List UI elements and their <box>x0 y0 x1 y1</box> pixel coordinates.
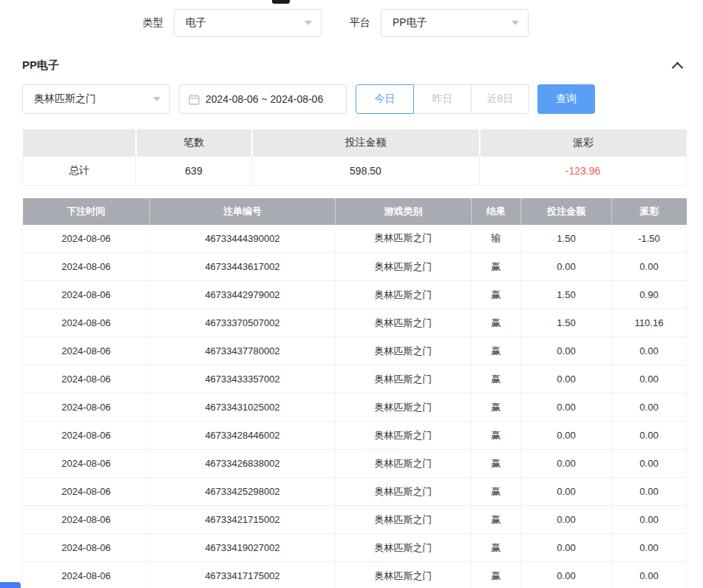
date-range-value: 2024-08-06 ~ 2024-08-06 <box>206 93 323 105</box>
game-type-cell: 奥林匹斯之门 <box>336 309 472 337</box>
summary-total-label: 总计 <box>23 156 136 185</box>
result-cell: 赢 <box>472 281 521 309</box>
result-cell: 赢 <box>472 393 521 422</box>
search-button[interactable]: 查询 <box>537 84 595 114</box>
result-cell: 赢 <box>472 309 521 337</box>
bet-time-cell: 2024-08-06 <box>23 422 150 450</box>
chevron-down-icon <box>305 21 312 25</box>
game-type-cell: 奥林匹斯之门 <box>336 365 472 393</box>
payout-cell: 0.00 <box>612 478 687 506</box>
table-row: 2024-08-0646733428446002奥林匹斯之门赢0.000.00 <box>23 422 687 450</box>
result-cell: 赢 <box>472 478 521 506</box>
payout-cell: 0.00 <box>612 534 687 562</box>
bet-time-cell: 2024-08-06 <box>23 393 150 422</box>
bet-time-cell: 2024-08-06 <box>23 281 150 309</box>
game-type-cell: 奥林匹斯之门 <box>336 450 472 478</box>
quick-date-buttons: 今日 昨日 近8日 <box>356 84 529 114</box>
bet-amount-cell: 1.50 <box>521 225 612 253</box>
bottom-left-widget[interactable] <box>0 582 21 588</box>
payout-cell: 0.00 <box>612 393 687 422</box>
bet-time-cell: 2024-08-06 <box>23 253 150 281</box>
table-row: 2024-08-0646733444390002奥林匹斯之门输1.50-1.50 <box>23 225 687 253</box>
game-type-cell: 奥林匹斯之门 <box>336 562 472 588</box>
chevron-up-icon[interactable] <box>672 61 684 73</box>
result-cell: 赢 <box>472 506 521 534</box>
payout-cell: 0.00 <box>612 450 687 478</box>
table-row: 2024-08-0646733437780002奥林匹斯之门赢0.000.00 <box>23 337 687 365</box>
table-row: 2024-08-0646733442979002奥林匹斯之门赢1.500.90 <box>23 281 687 309</box>
bet-time-cell: 2024-08-06 <box>23 478 150 506</box>
table-row: 2024-08-0646733370507002奥林匹斯之门赢1.50110.1… <box>23 309 687 337</box>
chevron-down-icon <box>512 21 519 25</box>
game-type-cell: 奥林匹斯之门 <box>336 534 472 562</box>
summary-header-bet-amount: 投注金额 <box>252 129 480 156</box>
bet-time-cell: 2024-08-06 <box>23 450 150 478</box>
bet-time-cell: 2024-08-06 <box>23 225 150 253</box>
bet-amount-cell: 0.00 <box>521 478 612 506</box>
result-cell: 赢 <box>472 253 521 281</box>
bet-id-cell: 46733370507002 <box>150 309 336 337</box>
game-type-cell: 奥林匹斯之门 <box>336 478 472 506</box>
bet-amount-cell: 1.50 <box>521 309 612 337</box>
bet-time-cell: 2024-08-06 <box>23 562 150 588</box>
game-type-cell: 奥林匹斯之门 <box>336 422 472 450</box>
header-bet-time: 下注时间 <box>23 198 150 225</box>
bets-header-row: 下注时间 注单编号 游戏类别 结果 投注金额 派彩 <box>23 198 687 225</box>
result-cell: 赢 <box>472 562 521 588</box>
summary-total-bet-amount: 598.50 <box>252 156 480 185</box>
chevron-down-icon <box>153 97 160 101</box>
bet-id-cell: 46733428446002 <box>150 422 336 450</box>
payout-cell: 110.16 <box>612 309 687 337</box>
table-row: 2024-08-0646733421715002奥林匹斯之门赢0.000.00 <box>23 506 687 534</box>
game-select[interactable]: 奥林匹斯之门 <box>22 84 170 114</box>
platform-label: 平台 <box>350 16 370 30</box>
payout-cell: 0.00 <box>612 337 687 365</box>
payout-cell: 0.90 <box>612 281 687 309</box>
header-bet-id: 注单编号 <box>150 198 336 225</box>
bet-amount-cell: 0.00 <box>521 562 612 588</box>
bet-id-cell: 46733437780002 <box>150 337 336 365</box>
summary-total-payout: -123.96 <box>480 156 687 185</box>
section-header: PP电子 <box>22 53 686 77</box>
result-cell: 赢 <box>472 534 521 562</box>
result-cell: 输 <box>472 225 521 253</box>
bet-time-cell: 2024-08-06 <box>23 506 150 534</box>
payout-cell: 0.00 <box>612 562 687 588</box>
table-row: 2024-08-0646733425298002奥林匹斯之门赢0.000.00 <box>23 478 687 506</box>
table-row: 2024-08-0646733433357002奥林匹斯之门赢0.000.00 <box>23 365 687 393</box>
result-cell: 赢 <box>472 337 521 365</box>
result-cell: 赢 <box>472 422 521 450</box>
summary-total-row: 总计 639 598.50 -123.96 <box>23 156 687 185</box>
summary-total-count: 639 <box>136 156 252 185</box>
filter-row: 奥林匹斯之门 2024-08-06 ~ 2024-08-06 今日 昨日 近8日… <box>22 84 686 114</box>
table-row: 2024-08-0646733443617002奥林匹斯之门赢0.000.00 <box>23 253 687 281</box>
game-type-cell: 奥林匹斯之门 <box>336 337 472 365</box>
payout-cell: 0.00 <box>612 253 687 281</box>
yesterday-button[interactable]: 昨日 <box>413 84 472 114</box>
bet-time-cell: 2024-08-06 <box>23 365 150 393</box>
result-cell: 赢 <box>472 365 521 393</box>
last-8-days-button[interactable]: 近8日 <box>471 84 529 114</box>
payout-cell: 0.00 <box>612 365 687 393</box>
type-label: 类型 <box>143 16 163 30</box>
bet-amount-cell: 0.00 <box>521 365 612 393</box>
header-payout: 派彩 <box>612 198 687 225</box>
bet-id-cell: 46733442979002 <box>150 281 336 309</box>
bet-amount-cell: 0.00 <box>521 253 612 281</box>
bet-amount-cell: 0.00 <box>521 506 612 534</box>
summary-table: 笔数 投注金额 派彩 总计 639 598.50 -123.96 <box>22 129 687 186</box>
top-filter-bar: 类型 电子 平台 PP电子 <box>0 0 703 46</box>
bets-table: 下注时间 注单编号 游戏类别 结果 投注金额 派彩 2024-08-064673… <box>22 198 687 588</box>
bet-id-cell: 46733425298002 <box>150 478 336 506</box>
date-range-input[interactable]: 2024-08-06 ~ 2024-08-06 <box>179 84 347 114</box>
bet-amount-cell: 0.00 <box>521 422 612 450</box>
bet-id-cell: 46733431025002 <box>150 393 336 422</box>
platform-select[interactable]: PP电子 <box>381 9 529 37</box>
payout-cell: -1.50 <box>612 225 687 253</box>
header-result: 结果 <box>472 198 521 225</box>
bet-id-cell: 46733421715002 <box>150 506 336 534</box>
bet-amount-cell: 0.00 <box>521 534 612 562</box>
type-select[interactable]: 电子 <box>174 9 322 37</box>
bet-id-cell: 46733443617002 <box>150 253 336 281</box>
today-button[interactable]: 今日 <box>356 84 414 114</box>
